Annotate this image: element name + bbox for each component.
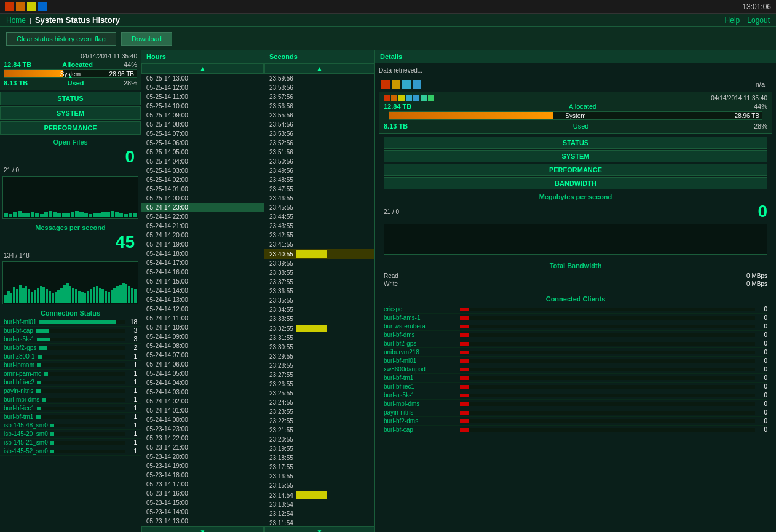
hours-list-item[interactable]: 05-24-14 13:00 xyxy=(141,295,264,304)
seconds-list-item[interactable]: 23:25:55 xyxy=(264,389,374,398)
seconds-list-item[interactable]: 23:45:55 xyxy=(264,203,374,212)
hours-scroll-up[interactable]: ▲ xyxy=(141,63,264,74)
seconds-list-item[interactable]: 23:17:55 xyxy=(264,463,374,472)
hours-list-item[interactable]: 05-25-14 08:00 xyxy=(141,120,264,129)
hours-list-item[interactable]: 05-25-14 11:00 xyxy=(141,92,264,101)
seconds-list-item[interactable]: 23:42:55 xyxy=(264,231,374,240)
hours-list-item[interactable]: 05-23-14 13:00 xyxy=(141,517,264,526)
seconds-list-item[interactable]: 23:30:55 xyxy=(264,343,374,352)
seconds-list-item[interactable]: 23:53:56 xyxy=(264,129,374,138)
seconds-list-item[interactable]: 23:14:54 xyxy=(264,490,374,500)
logout-link[interactable]: Logout xyxy=(747,16,770,25)
hours-list-item[interactable]: 05-25-14 12:00 xyxy=(141,83,264,92)
hours-list-item[interactable]: 05-25-14 00:00 xyxy=(141,194,264,203)
hours-list-item[interactable]: 05-24-14 10:00 xyxy=(141,323,264,332)
seconds-list-item[interactable]: 23:31:55 xyxy=(264,333,374,343)
seconds-list-item[interactable]: 23:20:55 xyxy=(264,435,374,444)
hours-list-item[interactable]: 05-24-14 15:00 xyxy=(141,277,264,286)
hours-list-item[interactable]: 05-25-14 01:00 xyxy=(141,185,264,194)
hours-list-item[interactable]: 05-24-14 01:00 xyxy=(141,406,264,415)
hours-list-item[interactable]: 05-24-14 08:00 xyxy=(141,341,264,351)
hours-list-item[interactable]: 05-23-14 14:00 xyxy=(141,507,264,517)
hours-list-item[interactable]: 05-24-14 21:00 xyxy=(141,221,264,231)
download-button[interactable]: Download xyxy=(121,32,172,46)
seconds-list-item[interactable]: 23:28:55 xyxy=(264,361,374,370)
seconds-list-item[interactable]: 23:55:56 xyxy=(264,111,374,120)
seconds-list-item[interactable]: 23:35:55 xyxy=(264,296,374,305)
seconds-list-item[interactable]: 23:24:55 xyxy=(264,398,374,407)
seconds-list-item[interactable]: 23:37:55 xyxy=(264,277,374,287)
seconds-list-item[interactable]: 23:15:55 xyxy=(264,481,374,490)
seconds-list-item[interactable]: 23:21:55 xyxy=(264,426,374,435)
hours-list-item[interactable]: 05-25-14 04:00 xyxy=(141,157,264,166)
seconds-list-item[interactable]: 23:56:56 xyxy=(264,101,374,111)
hours-list-item[interactable]: 05-25-14 02:00 xyxy=(141,175,264,185)
seconds-list-item[interactable]: 23:36:55 xyxy=(264,287,374,296)
seconds-list-item[interactable]: 23:49:56 xyxy=(264,166,374,175)
hours-list-item[interactable]: 05-24-14 20:00 xyxy=(141,231,264,240)
seconds-list-item[interactable]: 23:27:55 xyxy=(264,370,374,379)
hours-list-item[interactable]: 05-23-14 23:00 xyxy=(141,424,264,434)
seconds-list-item[interactable]: 23:54:56 xyxy=(264,120,374,129)
status-nav-button[interactable]: STATUS xyxy=(0,92,141,105)
hours-list-item[interactable]: 05-24-14 19:00 xyxy=(141,240,264,249)
hours-list-item[interactable]: 05-25-14 06:00 xyxy=(141,138,264,148)
hours-list-item[interactable]: 05-23-14 17:00 xyxy=(141,480,264,489)
performance-nav-button[interactable]: PERFORMANCE xyxy=(0,121,141,135)
seconds-list-item[interactable]: 23:47:55 xyxy=(264,185,374,194)
hours-list-item[interactable]: 05-24-14 09:00 xyxy=(141,332,264,341)
seconds-list-item[interactable]: 23:51:56 xyxy=(264,148,374,157)
hours-list-item[interactable]: 05-23-14 21:00 xyxy=(141,443,264,452)
seconds-list-item[interactable]: 23:19:55 xyxy=(264,444,374,453)
hours-list-item[interactable]: 05-23-14 16:00 xyxy=(141,489,264,498)
seconds-list-item[interactable]: 23:38:55 xyxy=(264,268,374,277)
hours-list-item[interactable]: 05-24-14 22:00 xyxy=(141,212,264,221)
seconds-list-item[interactable]: 23:18:55 xyxy=(264,453,374,463)
seconds-scroll-up[interactable]: ▲ xyxy=(264,63,374,74)
help-link[interactable]: Help xyxy=(725,16,740,25)
seconds-list-item[interactable]: 23:52:56 xyxy=(264,138,374,148)
detail-system-button[interactable]: SYSTEM xyxy=(384,150,767,162)
seconds-list-item[interactable]: 23:26:55 xyxy=(264,379,374,389)
seconds-list-item[interactable]: 23:39:55 xyxy=(264,259,374,268)
hours-list-item[interactable]: 05-24-14 12:00 xyxy=(141,304,264,314)
hours-scroll-down[interactable]: ▼ xyxy=(141,526,264,532)
hours-list-item[interactable]: 05-23-14 19:00 xyxy=(141,461,264,470)
hours-list-item[interactable]: 05-24-14 05:00 xyxy=(141,369,264,378)
hours-list-item[interactable]: 05-25-14 03:00 xyxy=(141,166,264,175)
hours-list-item[interactable]: 05-24-14 00:00 xyxy=(141,415,264,424)
hours-list-item[interactable]: 05-23-14 18:00 xyxy=(141,470,264,480)
seconds-list-item[interactable]: 23:34:55 xyxy=(264,305,374,314)
hours-list-item[interactable]: 05-25-14 13:00 xyxy=(141,74,264,83)
hours-list-item[interactable]: 05-24-14 14:00 xyxy=(141,286,264,295)
seconds-list-item[interactable]: 23:29:55 xyxy=(264,352,374,361)
seconds-list-item[interactable]: 23:50:56 xyxy=(264,157,374,166)
detail-performance-button[interactable]: PERFORMANCE xyxy=(384,164,767,176)
seconds-list-item[interactable]: 23:13:54 xyxy=(264,500,374,509)
detail-bandwidth-button[interactable]: BANDWIDTH xyxy=(384,177,767,189)
hours-list-item[interactable]: 05-23-14 15:00 xyxy=(141,498,264,507)
seconds-list-item[interactable]: 23:33:55 xyxy=(264,314,374,324)
hours-list-item[interactable]: 05-25-14 07:00 xyxy=(141,129,264,138)
hours-list-item[interactable]: 05-24-14 02:00 xyxy=(141,397,264,406)
seconds-list-item[interactable]: 23:46:55 xyxy=(264,194,374,203)
hours-list-item[interactable]: 05-23-14 22:00 xyxy=(141,434,264,443)
hours-list-item[interactable]: 05-24-14 11:00 xyxy=(141,314,264,323)
seconds-list-item[interactable]: 23:59:56 xyxy=(264,74,374,83)
hours-list-item[interactable]: 05-24-14 06:00 xyxy=(141,360,264,369)
hours-list-item[interactable]: 05-24-14 03:00 xyxy=(141,387,264,397)
seconds-list-item[interactable]: 23:40:55 xyxy=(264,249,374,259)
hours-list-item[interactable]: 05-25-14 10:00 xyxy=(141,101,264,111)
hours-list-item[interactable]: 05-25-14 09:00 xyxy=(141,111,264,120)
hours-list-item[interactable]: 05-24-14 07:00 xyxy=(141,351,264,360)
seconds-list-item[interactable]: 23:57:56 xyxy=(264,92,374,101)
seconds-list-item[interactable]: 23:43:55 xyxy=(264,221,374,231)
seconds-list-item[interactable]: 23:22:55 xyxy=(264,416,374,426)
hours-list-item[interactable]: 05-24-14 04:00 xyxy=(141,378,264,387)
seconds-list-item[interactable]: 23:32:55 xyxy=(264,324,374,333)
seconds-list-item[interactable]: 23:44:55 xyxy=(264,212,374,221)
seconds-list-item[interactable]: 23:23:55 xyxy=(264,407,374,416)
seconds-list-item[interactable]: 23:16:55 xyxy=(264,472,374,481)
hours-list-item[interactable]: 05-25-14 05:00 xyxy=(141,148,264,157)
detail-status-button[interactable]: STATUS xyxy=(384,137,767,149)
